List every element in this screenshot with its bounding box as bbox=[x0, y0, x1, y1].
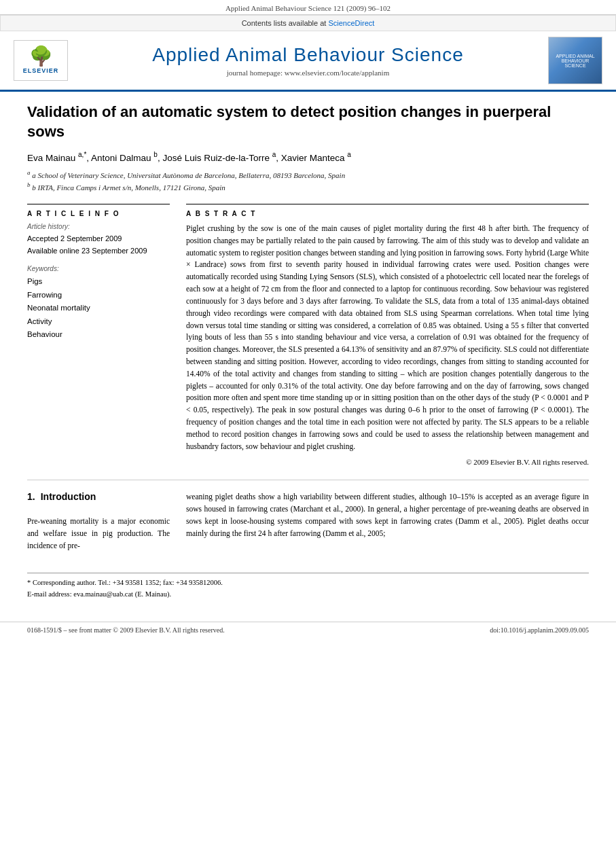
homepage-text: journal homepage: www.elsevier.com/locat… bbox=[227, 69, 389, 77]
journal-header-center: Applied Animal Behaviour Science journal… bbox=[68, 44, 548, 77]
abstract-text: Piglet crushing by the sow is one of the… bbox=[186, 223, 589, 452]
issn-text: 0168-1591/$ – see front matter © 2009 El… bbox=[27, 626, 225, 634]
journal-homepage: journal homepage: www.elsevier.com/locat… bbox=[68, 69, 548, 77]
main-content: Validation of an automatic system to det… bbox=[0, 92, 616, 613]
keyword-5: Behaviour bbox=[27, 328, 170, 342]
history-label: Article history: bbox=[27, 223, 170, 230]
keywords-list: Pigs Farrowing Neonatal mortality Activi… bbox=[27, 275, 170, 342]
available-date: Available online 23 September 2009 bbox=[27, 245, 170, 257]
section-divider bbox=[27, 480, 589, 480]
email-footnote: E-mail address: eva.mainau@uab.cat (E. M… bbox=[27, 589, 589, 601]
abstract-label: A B S T R A C T bbox=[186, 210, 589, 217]
copyright: © 2009 Elsevier B.V. All rights reserved… bbox=[186, 458, 589, 466]
accepted-date: Accepted 2 September 2009 bbox=[27, 233, 170, 245]
journal-thumbnail: APPLIED ANIMAL BEHAVIOUR SCIENCE bbox=[548, 37, 602, 84]
keyword-1: Pigs bbox=[27, 275, 170, 289]
article-dates: Accepted 2 September 2009 Available onli… bbox=[27, 233, 170, 257]
doi-text: doi:10.1016/j.applanim.2009.09.005 bbox=[490, 626, 589, 634]
keyword-2: Farrowing bbox=[27, 289, 170, 302]
elsevier-logo: 🌳 ELSEVIER bbox=[14, 40, 68, 81]
elsevier-logo-box: 🌳 ELSEVIER bbox=[14, 40, 68, 81]
abstract-col: A B S T R A C T Piglet crushing by the s… bbox=[186, 204, 589, 466]
intro-right: weaning piglet deaths show a high variab… bbox=[186, 491, 589, 558]
introduction-section: 1. Introduction Pre-weaning mortality is… bbox=[27, 491, 589, 558]
elsevier-label: ELSEVIER bbox=[23, 67, 59, 74]
bottom-bar: 0168-1591/$ – see front matter © 2009 El… bbox=[0, 622, 616, 638]
keyword-3: Neonatal mortality bbox=[27, 302, 170, 315]
article-title: Validation of an automatic system to det… bbox=[27, 103, 589, 141]
sciencedirect-link[interactable]: ScienceDirect bbox=[328, 19, 374, 27]
affiliation-a: a a School of Veterinary Science, Univer… bbox=[27, 168, 589, 181]
intro-heading: Introduction bbox=[41, 491, 96, 502]
article-info-abstract: A R T I C L E I N F O Article history: A… bbox=[27, 204, 589, 466]
contents-text: Contents lists available at bbox=[242, 19, 329, 27]
corresponding-footnote: * Corresponding author. Tel.: +34 93581 … bbox=[27, 577, 589, 589]
elsevier-tree-icon: 🌳 bbox=[29, 47, 53, 66]
contents-bar: Contents lists available at ScienceDirec… bbox=[0, 15, 616, 31]
affiliation-b: b b IRTA, Finca Camps i Armet s/n, Monel… bbox=[27, 181, 589, 193]
keyword-4: Activity bbox=[27, 315, 170, 329]
affiliations: a a School of Veterinary Science, Univer… bbox=[27, 168, 589, 193]
journal-title: Applied Animal Behaviour Science bbox=[68, 44, 548, 66]
journal-top-bar: Applied Animal Behaviour Science 121 (20… bbox=[0, 0, 616, 15]
intro-number: 1. bbox=[27, 491, 35, 509]
intro-right-text: weaning piglet deaths show a high variab… bbox=[186, 491, 589, 539]
footnote-area: * Corresponding author. Tel.: +34 93581 … bbox=[27, 573, 589, 601]
intro-left-text: Pre-weaning mortality is a major economi… bbox=[27, 516, 170, 552]
journal-header: 🌳 ELSEVIER Applied Animal Behaviour Scie… bbox=[0, 31, 616, 92]
authors: Eva Mainau a,*, Antoni Dalmau b, José Lu… bbox=[27, 151, 589, 163]
intro-left: 1. Introduction Pre-weaning mortality is… bbox=[27, 491, 170, 558]
journal-citation: Applied Animal Behaviour Science 121 (20… bbox=[225, 4, 391, 12]
thumb-text: APPLIED ANIMAL BEHAVIOUR SCIENCE bbox=[551, 54, 599, 68]
article-info-label: A R T I C L E I N F O bbox=[27, 210, 170, 217]
keywords-label: Keywords: bbox=[27, 265, 170, 272]
article-info-col: A R T I C L E I N F O Article history: A… bbox=[27, 204, 170, 466]
